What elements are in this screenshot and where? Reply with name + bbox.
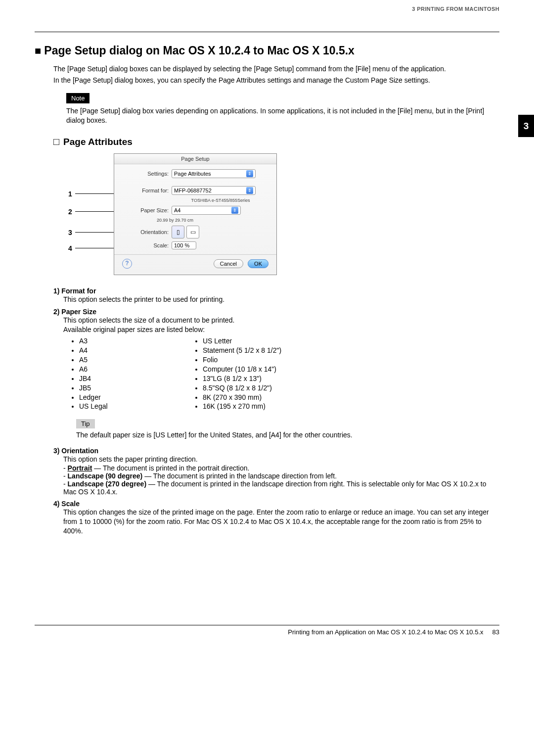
tip-text: The default paper size is [US Letter] fo…: [76, 430, 499, 440]
running-header: 3 PRINTING FROM MACINTOSH: [35, 6, 499, 32]
callout-4: 4: [68, 244, 72, 252]
orientation-sublist: Portrait — The document is printed in th…: [63, 464, 499, 496]
item-2-desc1: This option selects the size of a docume…: [63, 316, 499, 325]
format-for-select[interactable]: MFP-06887752⇕: [172, 186, 256, 195]
ok-button[interactable]: OK: [248, 259, 268, 268]
page-setup-dialog: Page Setup Settings: Page Attributes⇕ Fo…: [114, 153, 277, 275]
paper-dimensions-text: 20.99 by 29.70 cm: [157, 218, 269, 223]
tip-badge: Tip: [76, 419, 95, 428]
item-2-desc2: Available original paper sizes are liste…: [63, 325, 499, 334]
callout-2: 2: [68, 208, 72, 216]
paper-size-item: JB5: [79, 383, 193, 393]
paper-size-label: Paper Size:: [121, 207, 172, 213]
paper-size-item: A6: [79, 365, 193, 374]
item-4-head: 4) Scale: [53, 500, 499, 508]
portrait-button[interactable]: ▯: [172, 226, 184, 238]
paper-size-select[interactable]: A4⇕: [172, 206, 241, 215]
paper-size-item: US Letter: [203, 336, 316, 346]
landscape-icon: ▭: [190, 229, 196, 236]
paper-size-item: 8K (270 x 390 mm): [203, 393, 316, 402]
item-1-desc: This option selects the printer to be us…: [63, 295, 499, 304]
cancel-button[interactable]: Cancel: [214, 259, 243, 268]
format-for-label: Format for:: [121, 188, 172, 193]
section-heading-page-attributes: Page Attributes: [53, 136, 499, 147]
page-footer: Printing from an Application on Mac OS X…: [35, 625, 499, 636]
note-text: The [Page Setup] dialog box varies depen…: [66, 106, 499, 125]
paper-size-item: 8.5"SQ (8 1/2 x 8 1/2"): [203, 383, 316, 393]
scale-input[interactable]: 100 %: [172, 241, 196, 249]
callout-1: 1: [68, 190, 72, 198]
note-badge: Note: [66, 93, 89, 103]
paper-sizes-list: A3A4A5A6JB4JB5LedgerUS Legal US LetterSt…: [69, 334, 499, 413]
chevron-updown-icon: ⇕: [231, 207, 238, 214]
item-1-head: 1) Format for: [53, 287, 499, 295]
dialog-title: Page Setup: [114, 154, 276, 164]
chevron-updown-icon: ⇕: [246, 170, 253, 177]
landscape-button[interactable]: ▭: [186, 226, 199, 238]
portrait-icon: ▯: [177, 229, 180, 236]
paper-size-item: 16K (195 x 270 mm): [203, 402, 316, 411]
paper-size-item: US Legal: [79, 402, 193, 411]
paper-size-item: Statement (5 1/2 x 8 1/2"): [203, 346, 316, 355]
printer-model-text: TOSHIBA e-ST455/855Series: [172, 198, 269, 203]
item-2-head: 2) Paper Size: [53, 308, 499, 316]
item-3-head: 3) Orientation: [53, 447, 499, 455]
settings-select[interactable]: Page Attributes⇕: [172, 169, 256, 178]
scale-label: Scale:: [121, 242, 172, 248]
paper-size-item: A3: [79, 336, 193, 346]
paper-size-item: A4: [79, 346, 193, 355]
header-rule: [35, 32, 499, 32]
paper-size-item: JB4: [79, 374, 193, 383]
paper-size-item: Folio: [203, 355, 316, 365]
paper-size-item: Computer (10 1/8 x 14"): [203, 365, 316, 374]
page-heading: Page Setup dialog on Mac OS X 10.2.4 to …: [35, 44, 499, 57]
chapter-tab: 3: [518, 115, 534, 137]
chevron-updown-icon: ⇕: [246, 187, 253, 194]
orientation-label: Orientation:: [121, 229, 172, 235]
item-3-desc: This option sets the paper printing dire…: [63, 455, 499, 464]
settings-label: Settings:: [121, 171, 172, 177]
paper-size-item: A5: [79, 355, 193, 365]
item-4-desc: This option changes the size of the prin…: [63, 508, 499, 536]
paper-size-item: 13"LG (8 1/2 x 13"): [203, 374, 316, 383]
help-icon[interactable]: ?: [122, 259, 132, 269]
intro-paragraph-1: The [Page Setup] dialog boxes can be dis…: [53, 64, 499, 74]
intro-paragraph-2: In the [Page Setup] dialog boxes, you ca…: [53, 76, 499, 85]
paper-size-item: Ledger: [79, 393, 193, 402]
callout-3: 3: [68, 229, 72, 236]
